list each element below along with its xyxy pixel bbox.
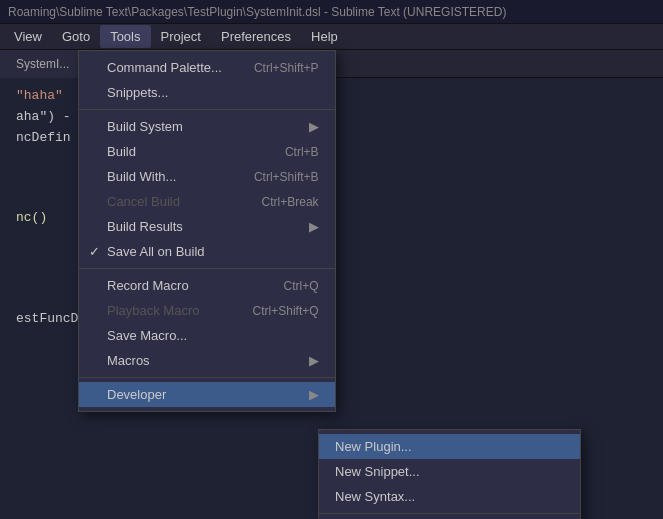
tools-menu-item-command-palette[interactable]: Command Palette...Ctrl+Shift+P [79,55,335,80]
code-line-2: aha") - [16,107,71,128]
submenu-separator [319,513,580,514]
menu-item-label: Snippets... [107,85,168,100]
menu-item-label: Save Macro... [107,328,187,343]
code-line-1: "haha" [16,86,63,107]
menu-bar: View Goto Tools Project Preferences Help [0,24,663,50]
menu-separator [79,268,335,269]
menu-tools[interactable]: Tools [100,25,150,48]
menu-project[interactable]: Project [151,25,211,48]
submenu-arrow-icon: ▶ [309,353,319,368]
tools-menu-item-playback-macro: Playback MacroCtrl+Shift+Q [79,298,335,323]
submenu-arrow-icon: ▶ [309,387,319,402]
menu-shortcut: Ctrl+B [285,145,319,159]
menu-item-label: Save All on Build [107,244,205,259]
menu-shortcut: Ctrl+Shift+B [254,170,319,184]
menu-item-label: Playback Macro [107,303,199,318]
menu-separator [79,377,335,378]
checkmark-icon: ✓ [89,244,100,259]
menu-item-label: Command Palette... [107,60,222,75]
submenu-item-label: New Syntax... [335,489,415,504]
tools-menu-item-macros[interactable]: Macros▶ [79,348,335,373]
menu-preferences[interactable]: Preferences [211,25,301,48]
menu-item-label: Record Macro [107,278,189,293]
menu-item-label: Build [107,144,136,159]
menu-shortcut: Ctrl+Q [284,279,319,293]
title-text: Roaming\Sublime Text\Packages\TestPlugin… [8,5,506,19]
tools-menu-item-developer[interactable]: Developer▶ [79,382,335,407]
menu-shortcut: Ctrl+Shift+Q [253,304,319,318]
menu-goto[interactable]: Goto [52,25,100,48]
tools-menu-item-save-all-on-build[interactable]: ✓Save All on Build [79,239,335,264]
menu-view[interactable]: View [4,25,52,48]
submenu-item-label: New Snippet... [335,464,420,479]
menu-item-label: Developer [107,387,166,402]
code-line-3: ncDefin [16,128,71,149]
tools-menu-item-snippets[interactable]: Snippets... [79,80,335,105]
developer-submenu: New Plugin...New Snippet...New Syntax...… [318,429,581,519]
menu-item-label: Build System [107,119,183,134]
tools-menu-item-cancel-build: Cancel BuildCtrl+Break [79,189,335,214]
menu-item-label: Macros [107,353,150,368]
submenu-item-label: New Plugin... [335,439,412,454]
tools-menu-item-build-system[interactable]: Build System▶ [79,114,335,139]
tools-menu-item-build-results[interactable]: Build Results▶ [79,214,335,239]
developer-submenu-item-new-plugin[interactable]: New Plugin... [319,434,580,459]
menu-help[interactable]: Help [301,25,348,48]
developer-submenu-item-new-syntax[interactable]: New Syntax... [319,484,580,509]
tools-menu-item-build-with[interactable]: Build With...Ctrl+Shift+B [79,164,335,189]
tab-label: SystemI... [16,57,69,71]
tools-menu-item-save-macro[interactable]: Save Macro... [79,323,335,348]
code-line-4: nc() [16,208,47,229]
menu-item-label: Build Results [107,219,183,234]
menu-separator [79,109,335,110]
menu-item-label: Build With... [107,169,176,184]
menu-shortcut: Ctrl+Break [262,195,319,209]
submenu-arrow-icon: ▶ [309,219,319,234]
tools-menu-item-build[interactable]: BuildCtrl+B [79,139,335,164]
menu-shortcut: Ctrl+Shift+P [254,61,319,75]
developer-submenu-item-new-snippet[interactable]: New Snippet... [319,459,580,484]
tools-dropdown: Command Palette...Ctrl+Shift+PSnippets..… [78,50,336,412]
tools-menu-item-record-macro[interactable]: Record MacroCtrl+Q [79,273,335,298]
title-bar: Roaming\Sublime Text\Packages\TestPlugin… [0,0,663,24]
submenu-arrow-icon: ▶ [309,119,319,134]
menu-item-label: Cancel Build [107,194,180,209]
